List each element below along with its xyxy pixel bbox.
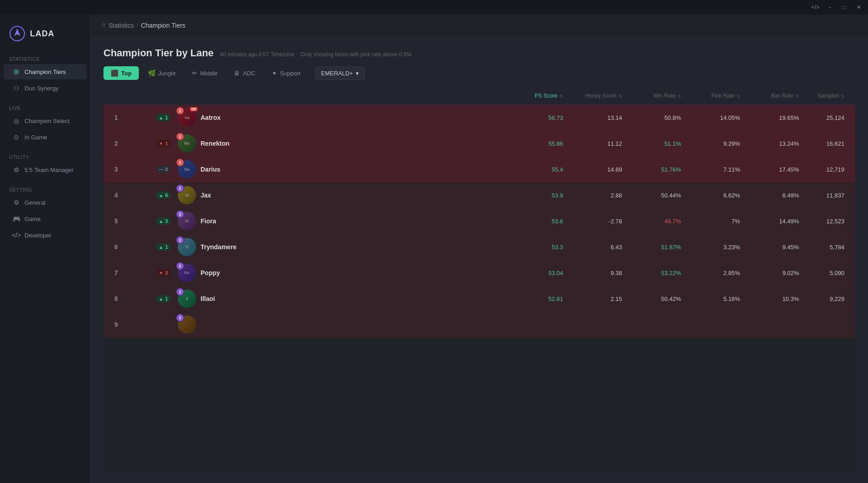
table-row[interactable]: 1 ▲ 1 Aa 1 OP Aatrox 56.73 13.14 50.8% 1… (103, 105, 855, 131)
support-icon: ✦ (272, 69, 277, 77)
op-badge: OP (190, 107, 198, 112)
tier-badge: 1 (176, 107, 184, 115)
champion-select-icon: ◎ (13, 117, 20, 124)
tier-badge: 2 (176, 262, 184, 270)
tab-adc[interactable]: 🖥 ADC (226, 66, 262, 80)
table-header: PS Score ⇅ Honey Score ⇅ Win Rate ⇅ Pick… (103, 87, 855, 105)
th-win-rate[interactable]: Win Rate ⇅ (626, 87, 685, 104)
general-icon: ⚙ (13, 199, 20, 206)
page-title: Champion Tier by Lane (103, 47, 214, 59)
td-champion: Re 1 Renekton (174, 131, 508, 156)
sidebar-section-setting: Setting (0, 183, 90, 194)
table-row[interactable]: 6 ▲ 1 Tr 2 Tryndamere 53.3 6.43 51.87% 3… (103, 234, 855, 260)
change-arrow: ▲ (159, 245, 163, 250)
td-honey-score: 2.88 (567, 188, 626, 202)
change-arrow: ▲ (159, 296, 163, 301)
td-honey-score: 14.69 (567, 163, 626, 177)
sidebar-section-utility: Utility (0, 151, 90, 162)
td-ps-score: 53.9 (508, 188, 567, 202)
page-note: Only showing lanes with pick rate above … (301, 51, 412, 58)
td-rank: 1 (111, 110, 138, 125)
td-ban-rate: 9.45% (744, 240, 803, 254)
td-ban-rate (744, 321, 803, 328)
change-val: 1 (165, 141, 168, 146)
td-sampled: 12,719 (803, 163, 848, 177)
developer-icon: </> (13, 232, 20, 239)
td-change: — 0 (138, 162, 174, 177)
page-header: Champion Tier by Lane 40 minutes ago KST… (103, 47, 855, 59)
td-ban-rate: 19.65% (744, 111, 803, 125)
td-honey-score: 9.38 (567, 266, 626, 280)
sidebar-item-in-game-label: In Game (25, 134, 47, 141)
rank-badge: ▲ 3 (156, 217, 171, 225)
td-win-rate: 50.44% (626, 188, 685, 202)
td-sampled: 12,523 (803, 214, 848, 228)
logo-icon (9, 25, 25, 42)
td-ps-score: 55.4 (508, 163, 567, 177)
minimize-button[interactable]: − (824, 2, 835, 13)
td-pick-rate (685, 321, 744, 328)
champion-avatar: Aa 1 OP (178, 108, 196, 127)
td-champion: Aa 1 OP Aatrox (174, 105, 508, 130)
td-ban-rate: 17.45% (744, 163, 803, 177)
sidebar-logo: LADA (0, 22, 90, 53)
sidebar-item-duo-synergy[interactable]: ⚇ Duo Synergy (4, 80, 87, 96)
sidebar-item-champion-tiers-label: Champion Tiers (25, 69, 66, 75)
td-ps-score: 56.73 (508, 111, 567, 125)
table-row[interactable]: 7 ▼ 2 Po 2 Poppy 53.04 9.38 53.22% 2.85%… (103, 260, 855, 286)
champion-avatar: Da 1 (178, 160, 196, 178)
sidebar-item-champion-select[interactable]: ◎ Champion Select (4, 113, 87, 128)
td-sampled: 25,124 (803, 111, 848, 125)
sidebar-item-in-game[interactable]: ⊙ In Game (4, 129, 87, 145)
sidebar-item-champion-tiers[interactable]: ⊞ Champion Tiers (4, 64, 87, 79)
sidebar-item-developer[interactable]: </> Developer (4, 227, 87, 243)
td-change: ▲ 3 (138, 214, 174, 229)
table-row[interactable]: 4 ▲ 6 Ja 2 Jax 53.9 2.88 50.44% 6.62% 8.… (103, 182, 855, 208)
rank-badge: — 0 (156, 166, 171, 173)
td-rank: 5 (111, 214, 138, 228)
tier-dropdown[interactable]: EMERALD+ ▾ (315, 67, 364, 80)
tab-middle[interactable]: ✏ Middle (185, 66, 225, 80)
app-layout: LADA Statistics ⊞ Champion Tiers ⚇ Duo S… (0, 15, 868, 483)
breadcrumb-separator: / (137, 22, 138, 29)
th-pick-rate[interactable]: Pick Rate ⇅ (685, 87, 744, 104)
td-champion: Tr 2 Tryndamere (174, 234, 508, 260)
td-rank: 9 (111, 317, 138, 332)
th-sampled[interactable]: Sampled ⇅ (803, 87, 848, 104)
sidebar-section-live: Live (0, 102, 90, 113)
td-change: ▼ 2 (138, 266, 174, 281)
th-honey-score[interactable]: Honey Score ⇅ (567, 87, 626, 104)
td-pick-rate: 9.29% (685, 137, 744, 151)
td-change: ▲ 6 (138, 188, 174, 203)
table-row[interactable]: 5 ▲ 3 Fi 2 Fiora 53.6 -2.78 49.7% 7% 14.… (103, 208, 855, 234)
table-row[interactable]: 9 2 (103, 312, 855, 338)
td-pick-rate: 5.16% (685, 292, 744, 306)
tier-badge: 2 (176, 210, 184, 218)
th-ps-score[interactable]: PS Score ⇅ (508, 87, 567, 104)
table-row[interactable]: 3 — 0 Da 1 Darius 55.4 14.69 51.76% 7.11… (103, 157, 855, 182)
sidebar-item-champion-select-label: Champion Select (25, 118, 69, 124)
td-win-rate: 51.76% (626, 163, 685, 177)
change-val: 2 (165, 270, 168, 276)
td-champion: Po 2 Poppy (174, 260, 508, 286)
rank-badge: ▼ 1 (156, 140, 171, 147)
sidebar-item-general[interactable]: ⚙ General (4, 195, 87, 210)
td-change: ▲ 1 (138, 240, 174, 255)
in-game-icon: ⊙ (13, 133, 20, 141)
tab-jungle[interactable]: 🌿 Jungle (141, 66, 183, 80)
tab-top[interactable]: ⬛ Top (103, 66, 139, 80)
table-row[interactable]: 2 ▼ 1 Re 1 Renekton 55.86 11.12 51.1% 9.… (103, 131, 855, 157)
table-row[interactable]: 8 ▲ 1 Il 2 Illaoi 52.81 2.15 50.42% 5.16… (103, 286, 855, 312)
middle-icon: ✏ (192, 69, 197, 77)
tab-support[interactable]: ✦ Support (265, 66, 308, 80)
champion-avatar: Il 2 (178, 290, 196, 308)
sidebar-item-team-manager[interactable]: ⚙ 5:5 Team Manager (4, 162, 87, 177)
code-button[interactable]: </> (810, 2, 821, 13)
td-change: ▼ 1 (138, 136, 174, 151)
th-ban-rate[interactable]: Ban Rate ⇅ (744, 87, 803, 104)
close-button[interactable]: ✕ (853, 2, 864, 13)
maximize-button[interactable]: □ (839, 2, 850, 13)
sidebar-item-game[interactable]: 🎮 Game (4, 211, 87, 227)
tier-badge: 2 (176, 288, 184, 296)
td-honey-score: 6.43 (567, 240, 626, 254)
